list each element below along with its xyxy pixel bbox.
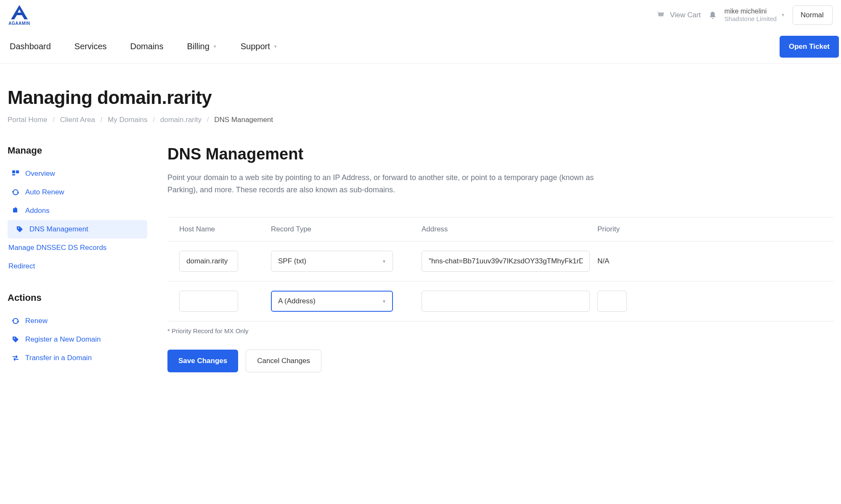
open-ticket-button[interactable]: Open Ticket: [780, 36, 839, 58]
breadcrumb-slash: /: [49, 116, 58, 124]
svg-rect-1: [16, 170, 19, 173]
nav-item-label: Dashboard: [10, 42, 51, 51]
th-address: Address: [422, 225, 590, 233]
refresh-icon: [12, 188, 19, 196]
breadcrumb-slash: /: [97, 116, 106, 124]
tag-icon: [12, 336, 19, 343]
breadcrumb-item[interactable]: Portal Home: [8, 116, 47, 124]
sidebar-item-label: Register a New Domain: [25, 335, 101, 344]
chevron-down-icon: ▼: [213, 44, 217, 49]
nav-item-label: Services: [74, 42, 107, 51]
sidebar-item-dns[interactable]: DNS Management: [8, 220, 147, 239]
logo[interactable]: AGAAMIN: [8, 4, 30, 26]
priority-input[interactable]: [597, 291, 627, 312]
status-selector[interactable]: Normal: [793, 5, 833, 25]
page-title: Managing domain.rarity: [8, 87, 833, 108]
footnote: * Priority Record for MX Only: [167, 327, 833, 334]
status-value: Normal: [801, 11, 824, 19]
save-button[interactable]: Save Changes: [167, 350, 238, 372]
sidebar-item-transfer[interactable]: Transfer in a Domain: [8, 349, 147, 367]
nav-item-label: Domains: [130, 42, 164, 51]
sidebar-item-label: Auto Renew: [25, 188, 64, 196]
sidebar-item-label: Overview: [25, 170, 55, 178]
sidebar-item-renew[interactable]: Renew: [8, 312, 147, 330]
refresh-icon: [12, 317, 19, 325]
cancel-button[interactable]: Cancel Changes: [246, 350, 321, 372]
nav-services[interactable]: Services: [72, 30, 109, 63]
nav-dashboard[interactable]: Dashboard: [7, 30, 53, 63]
button-row: Save Changes Cancel Changes: [167, 350, 833, 372]
sidebar-item-label: Transfer in a Domain: [25, 354, 92, 362]
table-row: SPF (txt) ▼ N/A: [167, 241, 833, 281]
sidebar-item-autorenew[interactable]: Auto Renew: [8, 183, 147, 202]
sidebar-item-label: Redirect: [8, 262, 35, 271]
record-type-select[interactable]: A (Address) ▼: [271, 291, 393, 312]
address-input[interactable]: [422, 251, 590, 272]
breadcrumb-item[interactable]: domain.rarity: [160, 116, 202, 124]
main-layout: Manage Overview Auto Renew Addons: [0, 124, 841, 389]
breadcrumb-slash: /: [204, 116, 212, 124]
user-company: Shadstone Limited: [724, 15, 777, 23]
main-nav: Dashboard Services Domains Billing▼ Supp…: [0, 30, 841, 64]
th-hostname: Host Name: [179, 225, 263, 233]
sidebar-item-addons[interactable]: Addons: [8, 202, 147, 220]
hostname-input[interactable]: [179, 291, 238, 312]
breadcrumb-item[interactable]: My Domains: [108, 116, 147, 124]
records-table: Host Name Record Type Address Priority S…: [167, 217, 833, 321]
header-top: AGAAMIN View Cart mike michelini Shadsto…: [0, 0, 841, 30]
user-block: mike michelini Shadstone Limited: [724, 7, 777, 23]
svg-rect-2: [12, 174, 15, 175]
logo-text: AGAAMIN: [8, 21, 30, 26]
view-cart-link[interactable]: View Cart: [656, 11, 700, 19]
breadcrumb-current: DNS Management: [214, 116, 273, 124]
record-type-select[interactable]: SPF (txt) ▼: [271, 251, 393, 272]
table-header: Host Name Record Type Address Priority: [167, 218, 833, 241]
sidebar-item-label: Renew: [25, 317, 48, 325]
breadcrumb-item[interactable]: Client Area: [60, 116, 95, 124]
sidebar-item-label: Addons: [25, 207, 50, 215]
breadcrumb-slash: /: [149, 116, 158, 124]
nav-billing[interactable]: Billing▼: [184, 30, 219, 63]
transfer-icon: [12, 354, 19, 362]
select-value: SPF (txt): [271, 251, 393, 272]
nav-item-label: Billing: [187, 42, 209, 51]
chevron-down-icon: ▼: [273, 44, 278, 49]
nav-domains[interactable]: Domains: [128, 30, 166, 63]
sidebar-heading-actions: Actions: [8, 292, 147, 303]
content-description: Point your domain to a web site by point…: [167, 172, 597, 196]
nav-links: Dashboard Services Domains Billing▼ Supp…: [2, 30, 280, 63]
svg-rect-0: [12, 170, 15, 173]
sidebar-item-overview[interactable]: Overview: [8, 164, 147, 183]
sidebar: Manage Overview Auto Renew Addons: [8, 145, 147, 372]
sidebar-item-label: DNS Management: [29, 225, 88, 233]
sidebar-item-dnssec[interactable]: Manage DNSSEC DS Records: [8, 239, 147, 257]
bell-icon[interactable]: [708, 11, 717, 19]
user-name: mike michelini: [724, 7, 777, 15]
priority-value: N/A: [597, 257, 631, 265]
sidebar-item-register[interactable]: Register a New Domain: [8, 330, 147, 349]
puzzle-icon: [12, 207, 19, 215]
page-header: Managing domain.rarity Portal Home / Cli…: [0, 64, 841, 124]
content-title: DNS Management: [167, 145, 833, 163]
grid-icon: [12, 170, 19, 178]
th-priority: Priority: [597, 225, 631, 233]
th-recordtype: Record Type: [271, 225, 414, 233]
nav-item-label: Support: [241, 42, 270, 51]
address-input[interactable]: [422, 291, 590, 312]
header-right: View Cart mike michelini Shadstone Limit…: [656, 5, 833, 25]
select-value: A (Address): [271, 291, 393, 312]
svg-rect-4: [15, 207, 16, 209]
sidebar-item-redirect[interactable]: Redirect: [8, 257, 147, 276]
user-menu[interactable]: mike michelini Shadstone Limited ▼: [724, 7, 785, 23]
table-row: A (Address) ▼: [167, 281, 833, 321]
view-cart-label: View Cart: [670, 11, 700, 19]
chevron-down-icon: ▼: [781, 13, 785, 17]
sidebar-heading-manage: Manage: [8, 145, 147, 156]
svg-rect-3: [13, 208, 17, 212]
logo-icon: [8, 4, 30, 21]
svg-point-5: [18, 228, 19, 229]
hostname-input[interactable]: [179, 251, 238, 272]
nav-support[interactable]: Support▼: [238, 30, 280, 63]
sidebar-item-label: Manage DNSSEC DS Records: [8, 244, 106, 252]
tag-icon: [16, 225, 24, 233]
